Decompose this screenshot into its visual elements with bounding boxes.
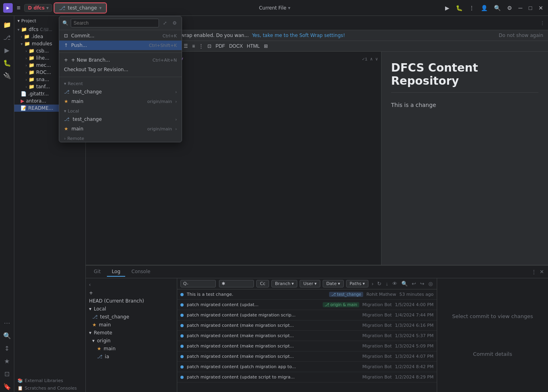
local-section-header[interactable]: ▾ Local <box>59 106 182 114</box>
log-cc-toggle[interactable]: Cc <box>256 280 269 287</box>
settings-button[interactable]: ⚙ <box>505 3 514 13</box>
log-branch-filter[interactable]: Branch ▾ <box>271 280 297 287</box>
git-local-branch-icon-1: ⎇ <box>92 314 98 320</box>
tree-csb-chevron: › <box>25 49 27 53</box>
git-remote-section[interactable]: ▾ Remote <box>86 329 177 337</box>
run-button[interactable]: ▶ <box>443 3 451 13</box>
git-origin-ia[interactable]: ⎇ ia <box>86 353 177 361</box>
profile-button[interactable]: 👤 <box>479 3 489 13</box>
tree-lihe-icon: 📁 <box>29 55 35 61</box>
recent-section-header[interactable]: ▾ Recent <box>59 79 182 87</box>
git-tree-collapse-btn[interactable]: ‹ <box>86 280 94 289</box>
pdf-button[interactable]: PDF <box>214 43 227 50</box>
log-view-btn[interactable]: 👁 <box>391 280 398 287</box>
hamburger-button[interactable]: ≡ <box>15 3 22 13</box>
activity-project-icon[interactable]: 📁 <box>2 19 13 30</box>
log-paths-filter[interactable]: Paths ▾ <box>346 280 368 287</box>
bottom-more-button[interactable]: ⋮ <box>531 268 537 276</box>
activity-search-icon[interactable]: 🔍 <box>2 330 13 341</box>
git-local-main[interactable]: ★ main <box>86 321 177 329</box>
tab-log[interactable]: Log <box>107 267 125 277</box>
branch-search-input[interactable] <box>71 19 159 27</box>
bullet-button[interactable]: ⋮ <box>197 43 205 50</box>
grid-button[interactable]: ⊞ <box>262 43 269 50</box>
log-user-filter[interactable]: User ▾ <box>300 280 320 287</box>
git-origin-main[interactable]: ★ main <box>86 345 177 353</box>
more-button[interactable]: ⋮ <box>467 3 476 13</box>
new-branch-action[interactable]: + + New Branch... Ctrl+Alt+N <box>59 55 182 65</box>
push-action[interactable]: ↑ Push... Ctrl+Shift+K <box>59 41 182 50</box>
html-button[interactable]: HTML <box>245 43 261 50</box>
remote-section-header[interactable]: › Remote <box>59 134 182 142</box>
tree-idea-name: .idea <box>31 34 43 39</box>
log-date-filter[interactable]: Date ▾ <box>323 280 344 287</box>
dropdown-expand-icon[interactable]: ⤢ <box>161 19 168 27</box>
log-entry-2[interactable]: patch migrated content (update migration… <box>177 310 437 320</box>
debug-button[interactable]: 🐛 <box>454 3 464 13</box>
activity-bottom-icon[interactable]: 🔖 <box>2 381 13 392</box>
maximize-button[interactable]: □ <box>527 3 534 13</box>
log-entry-3[interactable]: patch migrated content (make migration s… <box>177 320 437 331</box>
log-fetch-btn[interactable]: ↓ <box>385 280 389 287</box>
git-local-section[interactable]: ▾ Local <box>86 305 177 313</box>
list-button[interactable]: ≡ <box>190 43 196 50</box>
activity-git-icon[interactable]: ↕ <box>2 343 13 354</box>
log-undo-btn[interactable]: ↩ <box>411 280 417 287</box>
dont-show-link[interactable]: Do not show again <box>499 33 543 38</box>
tree-root-name: dfcs <box>29 27 39 32</box>
log-eye-btn[interactable]: ◎ <box>428 280 434 287</box>
activity-run-icon[interactable]: ▶ <box>2 45 13 56</box>
soft-wrap-link[interactable]: Yes, take me to the Soft Wrap settings! <box>252 33 345 38</box>
git-local-test-change[interactable]: ⎇ test_change <box>86 313 177 321</box>
tree-readme-name: README... <box>28 105 53 111</box>
log-search-icon-2: ✱ <box>222 281 225 286</box>
format-button[interactable]: ☰ <box>182 43 190 50</box>
log-redo-btn[interactable]: ↪ <box>419 280 425 287</box>
log-entry-4[interactable]: patch migrated content (make migration s… <box>177 331 437 341</box>
log-nav-right[interactable]: › <box>371 280 374 287</box>
bottom-close-button[interactable]: ✕ <box>539 268 545 276</box>
log-entry-1[interactable]: patch migrated content (updat... ⎇ origi… <box>177 300 437 310</box>
log-entry-6[interactable]: patch migrated content (make migration s… <box>177 351 437 362</box>
log-time-6: 1/3/2024 4:07 PM <box>395 354 434 359</box>
log-refresh-btn[interactable]: ↻ <box>376 280 382 287</box>
scratches-item[interactable]: 📋 Scratches and Consoles <box>14 384 85 392</box>
dropdown-settings-icon[interactable]: ⚙ <box>171 19 178 27</box>
docx-button[interactable]: DOCX <box>227 43 244 50</box>
commit-action[interactable]: ⊡ Commit... Ctrl+K <box>59 31 182 41</box>
branch-selector-button[interactable]: ⎇ test_change ▾ <box>54 3 106 13</box>
project-selector[interactable]: D dfcs ▾ <box>24 4 52 12</box>
tab-git[interactable]: Git <box>89 267 105 277</box>
activity-bookmark-icon[interactable]: ★ <box>2 355 13 367</box>
log-search-box[interactable]: Q- <box>180 280 216 287</box>
current-file-button[interactable]: Current File ▾ <box>259 5 290 11</box>
tab-more-button[interactable]: ⋮ <box>537 16 548 30</box>
log-entry-0[interactable]: This is a test change. ⎇ test_change Roh… <box>177 289 437 300</box>
close-button[interactable]: ✕ <box>537 3 545 13</box>
git-tree-add-btn[interactable]: + <box>86 289 177 297</box>
local-branch-test-change[interactable]: ⎇ test_change › <box>59 114 182 124</box>
activity-debug-icon[interactable]: 🐛 <box>2 57 13 68</box>
log-search-box-2[interactable]: ✱ <box>219 280 254 287</box>
local-branch-main[interactable]: ★ main origin/main › <box>59 124 182 134</box>
log-search-btn[interactable]: 🔍 <box>401 280 409 287</box>
checkout-action[interactable]: Checkout Tag or Revision... <box>59 65 182 74</box>
log-time-3: 1/3/2024 6:16 PM <box>395 323 434 328</box>
tree-modules-chevron: ▾ <box>21 42 23 46</box>
activity-more-icon[interactable]: ⋯ <box>2 317 13 328</box>
table2-button[interactable]: ⊡ <box>206 43 213 50</box>
recent-branch-main[interactable]: ★ main origin/main › <box>59 97 182 106</box>
tab-console[interactable]: Console <box>127 267 155 277</box>
activity-plugins-icon[interactable]: 🔌 <box>2 70 13 81</box>
recent-label: Recent <box>68 81 83 86</box>
log-entry-8[interactable]: patch migrated content (update script to… <box>177 372 437 382</box>
log-entry-7[interactable]: patch migrated content (patch migration … <box>177 362 437 372</box>
log-entry-5[interactable]: patch migrated content (make migration s… <box>177 341 437 351</box>
external-libraries-item[interactable]: 📚 External Libraries <box>14 377 85 384</box>
git-remote-origin[interactable]: ▾ origin <box>86 337 177 345</box>
search-button[interactable]: 🔍 <box>492 3 502 13</box>
activity-terminal-icon[interactable]: ⊡ <box>2 368 13 379</box>
activity-vcs-icon[interactable]: ⎇ <box>2 32 13 43</box>
recent-branch-test-change[interactable]: ⎇ test_change › <box>59 87 182 97</box>
minimize-button[interactable]: ─ <box>517 3 524 13</box>
